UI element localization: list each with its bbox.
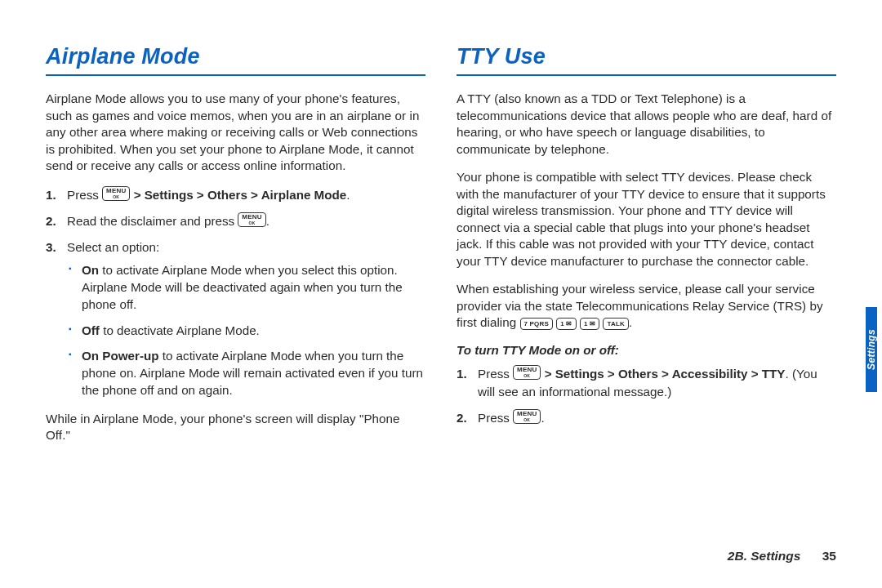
footer-page-number: 35: [822, 549, 836, 563]
tty-p1: A TTY (also known as a TDD or Text Telep…: [457, 91, 836, 158]
heading-rule: [46, 74, 425, 76]
menu-ok-key-icon: MENUOK: [513, 365, 541, 380]
section-tab: Settings: [866, 307, 877, 392]
heading-rule: [457, 74, 836, 76]
step-2-pre: Read the disclaimer and press: [67, 214, 238, 228]
step-1: 1. Press MENUOK > Settings > Others > Ai…: [67, 186, 425, 204]
two-column-layout: Airplane Mode Airplane Mode allows you t…: [46, 44, 836, 456]
left-column: Airplane Mode Airplane Mode allows you t…: [46, 44, 425, 456]
heading-tty-use: TTY Use: [457, 44, 836, 69]
manual-page: Airplane Mode Airplane Mode allows you t…: [0, 0, 882, 588]
step-3-text: Select an option:: [67, 240, 159, 254]
tty-p2: Your phone is compatible with select TTY…: [457, 169, 836, 270]
footer-section: 2B. Settings: [728, 549, 801, 563]
key-7-icon: 7 PQRS: [520, 318, 554, 330]
tty-step-2-pre: Press: [478, 411, 513, 425]
section-tab-label: Settings: [866, 329, 877, 370]
airplane-options: On to activate Airplane Mode when you se…: [67, 261, 425, 399]
heading-airplane-mode: Airplane Mode: [46, 44, 425, 69]
right-column: TTY Use A TTY (also known as a TDD or Te…: [457, 44, 836, 456]
airplane-outro: While in Airplane Mode, your phone's scr…: [46, 411, 425, 444]
step-3: 3. Select an option: On to activate Airp…: [67, 238, 425, 399]
option-off: Off to deactivate Airplane Mode.: [82, 322, 425, 339]
step-1-pre: Press: [67, 188, 102, 202]
menu-ok-key-icon: MENUOK: [513, 409, 541, 424]
menu-ok-key-icon: MENUOK: [238, 212, 265, 227]
tty-step-1-pre: Press: [478, 367, 513, 381]
tty-p3: When establishing your wireless service,…: [457, 281, 836, 332]
tty-steps: 1. Press MENUOK > Settings > Others > Ac…: [457, 365, 836, 427]
tty-p3-pre: When establishing your wireless service,…: [457, 282, 823, 329]
option-on: On to activate Airplane Mode when you se…: [82, 261, 425, 314]
key-1-icon: 1 ✉: [556, 318, 576, 330]
tty-step-2: 2. Press MENUOK.: [478, 409, 836, 427]
tty-subheading: To turn TTY Mode on or off:: [457, 343, 836, 357]
step-1-path: > Settings > Others > Airplane Mode: [130, 188, 346, 202]
step-2: 2. Read the disclaimer and press MENUOK.: [67, 212, 425, 230]
tty-step-1-path: > Settings > Others > Accessibility > TT…: [541, 367, 785, 381]
airplane-intro: Airplane Mode allows you to use many of …: [46, 91, 425, 175]
menu-ok-key-icon: MENUOK: [102, 186, 130, 201]
page-footer: 2B. Settings 35: [0, 549, 836, 564]
tty-step-1: 1. Press MENUOK > Settings > Others > Ac…: [478, 365, 836, 401]
key-1-icon: 1 ✉: [580, 318, 599, 330]
key-talk-icon: TALK: [603, 318, 629, 330]
airplane-steps: 1. Press MENUOK > Settings > Others > Ai…: [46, 186, 425, 399]
option-on-powerup: On Power-up to activate Airplane Mode wh…: [82, 347, 425, 399]
